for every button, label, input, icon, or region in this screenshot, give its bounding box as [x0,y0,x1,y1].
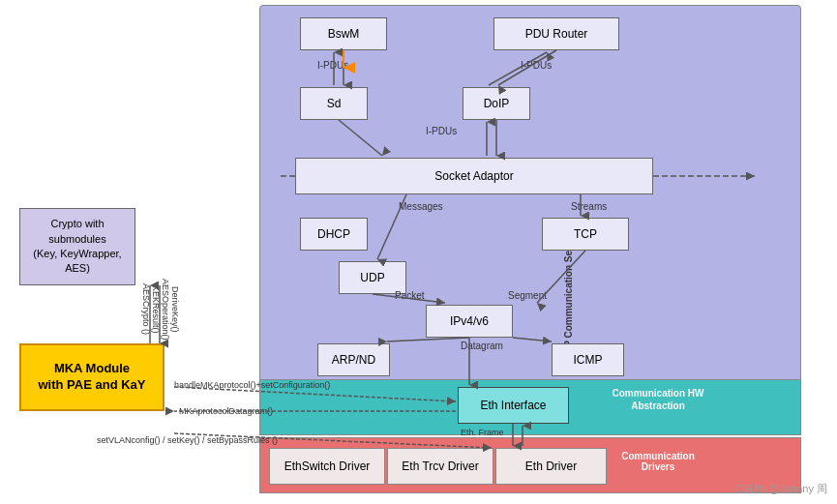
segment-label: Segment [508,290,547,301]
i-pdus-label-2: I-PDUs [521,60,552,71]
kek-result-label: KEKResult() AESCrypto () [143,276,159,343]
datagram-label: Datagram [461,341,503,351]
doip-box: DoIP [463,87,530,120]
packet-label: Packet [395,290,425,301]
watermark: CSDN @Johnny 周 [735,482,827,496]
eth-interface-box: Eth Interface [458,387,569,424]
socket-adaptor-box: Socket Adaptor [295,158,653,194]
eth-driver-box: Eth Driver [495,448,607,485]
ethswitch-driver-box: EthSwitch Driver [269,448,385,485]
streams-label: Streams [571,201,607,212]
diagram-container: TCP/IP Communication Services Communicat… [0,0,837,504]
comm-drivers-label: Communication Drivers [610,451,706,472]
mka-box: MKA Modulewith PAE and KaY [19,343,164,411]
i-pdus-label-3: I-PDUs [426,126,457,136]
bswm-box: BswM [300,17,387,50]
ipv4v6-box: IPv4/v6 [426,305,513,338]
pdu-router-box: PDU Router [493,17,619,50]
sd-box: Sd [300,87,368,120]
icmp-box: ICMP [552,343,624,376]
crypto-box: Crypto withsubmodules(Key, KeyWrapper,AE… [19,208,135,285]
comm-hw-label: Communication HWAbstraction [610,387,706,412]
messages-label: Messages [399,201,443,212]
eth-trcv-driver-box: Eth Trcv Driver [387,448,493,485]
udp-box: UDP [339,261,406,294]
mka-datagram-label: MKAprotocolDatagram() [179,406,273,416]
derive-key-label: DeriveKey() AESOperation() [163,276,178,343]
eth-frame-label: Eth. Frame [461,428,504,437]
i-pdus-label-1: I-PDUs [317,60,348,71]
tcp-box: TCP [542,218,629,251]
dhcp-box: DHCP [300,218,368,251]
arp-nd-box: ARP/ND [317,343,390,376]
handle-mka-label: handleMKAprotocol()+setConfiguration() [174,380,330,390]
set-vlan-label: setVLANconfig() / setKey() / setBypassRu… [97,435,278,445]
